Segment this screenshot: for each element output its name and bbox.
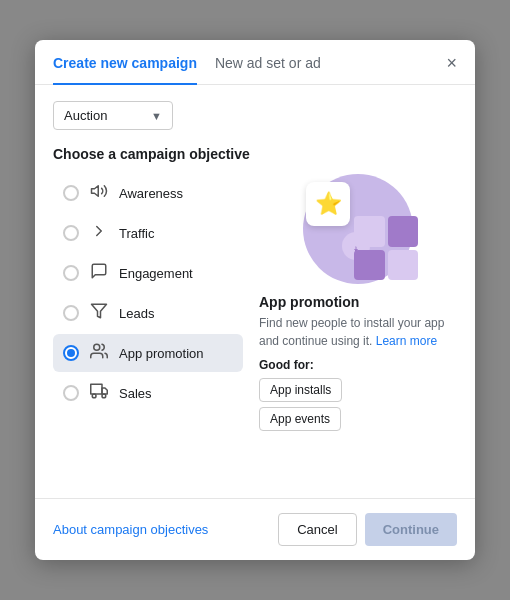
cancel-button[interactable]: Cancel [278, 513, 356, 546]
modal-body: Auction ▼ Choose a campaign objective [35, 85, 475, 498]
radio-app-promotion [63, 345, 79, 361]
traffic-icon [89, 222, 109, 244]
auction-dropdown[interactable]: Auction ▼ [53, 101, 173, 130]
objective-item-awareness[interactable]: Awareness [53, 174, 243, 212]
app-promotion-label: App promotion [119, 346, 204, 361]
illus-tile-4 [388, 250, 419, 281]
objective-item-sales[interactable]: Sales [53, 374, 243, 412]
illus-star-card: ⭐ [306, 182, 350, 226]
svg-rect-3 [91, 384, 102, 394]
objective-item-engagement[interactable]: Engagement [53, 254, 243, 292]
modal-overlay: Create new campaign New ad set or ad × A… [0, 0, 510, 600]
leads-icon [89, 302, 109, 324]
objective-item-app-promotion[interactable]: App promotion [53, 334, 243, 372]
detail-title: App promotion [259, 294, 359, 310]
learn-more-link[interactable]: Learn more [376, 334, 437, 348]
tag-app-events: App events [259, 407, 341, 431]
dropdown-value: Auction [64, 108, 107, 123]
app-promotion-illustration: ⭐ ↓ [298, 174, 418, 284]
chevron-down-icon: ▼ [151, 110, 162, 122]
sales-label: Sales [119, 386, 152, 401]
sales-icon [89, 382, 109, 404]
detail-panel: ⭐ ↓ App promotion Find new people to ins… [259, 174, 457, 482]
radio-awareness [63, 185, 79, 201]
radio-sales [63, 385, 79, 401]
illus-tile-1 [354, 216, 385, 247]
good-for-label: Good for: [259, 358, 314, 372]
footer-actions: Cancel Continue [278, 513, 457, 546]
tab-new-ad-set[interactable]: New ad set or ad [197, 55, 339, 83]
modal-footer: About campaign objectives Cancel Continu… [35, 498, 475, 560]
modal: Create new campaign New ad set or ad × A… [35, 40, 475, 560]
engagement-icon [89, 262, 109, 284]
svg-marker-0 [92, 186, 99, 197]
svg-point-2 [94, 344, 100, 350]
radio-leads [63, 305, 79, 321]
illus-tile-2 [388, 216, 419, 247]
awareness-label: Awareness [119, 186, 183, 201]
leads-label: Leads [119, 306, 154, 321]
close-button[interactable]: × [446, 54, 457, 84]
illus-grid [354, 216, 418, 280]
content-area: Awareness Traffic [53, 174, 457, 482]
illus-tile-3 [354, 250, 385, 281]
awareness-icon [89, 182, 109, 204]
svg-point-5 [92, 394, 96, 398]
svg-point-6 [102, 394, 106, 398]
radio-traffic [63, 225, 79, 241]
modal-header: Create new campaign New ad set or ad × [35, 40, 475, 85]
objective-item-traffic[interactable]: Traffic [53, 214, 243, 252]
continue-button[interactable]: Continue [365, 513, 457, 546]
about-campaign-link[interactable]: About campaign objectives [53, 522, 208, 537]
objectives-list: Awareness Traffic [53, 174, 243, 482]
svg-marker-4 [102, 388, 107, 394]
tab-create-campaign[interactable]: Create new campaign [53, 55, 197, 85]
radio-engagement [63, 265, 79, 281]
dropdown-row: Auction ▼ [53, 101, 457, 130]
tag-app-installs: App installs [259, 378, 342, 402]
traffic-label: Traffic [119, 226, 154, 241]
objective-item-leads[interactable]: Leads [53, 294, 243, 332]
tags-container: App installs App events [259, 378, 346, 436]
app-promotion-icon [89, 342, 109, 364]
engagement-label: Engagement [119, 266, 193, 281]
detail-desc: Find new people to install your app and … [259, 314, 457, 350]
section-title: Choose a campaign objective [53, 146, 457, 162]
